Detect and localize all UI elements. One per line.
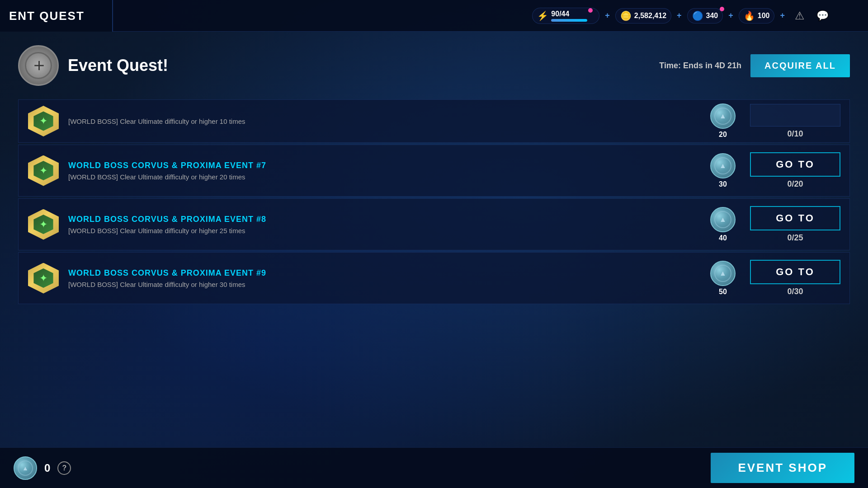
bottom-coin-icon: ▲: [14, 456, 37, 480]
quest-reward-event8: ▲ 40: [705, 207, 741, 242]
top-bar: ENT QUEST ⚡ 90/44 + 🪙 2,58: [0, 0, 868, 32]
badge-star-event8: ✦: [39, 219, 47, 230]
reward-amount-event7: 30: [719, 180, 727, 188]
progress-text-event9: 0/30: [787, 287, 803, 296]
go-to-button-event9[interactable]: GO TO: [750, 260, 840, 284]
badge-star-event7: ✦: [39, 165, 47, 177]
gems-value: 340: [706, 12, 718, 20]
quest-name-event7: WORLD BOSS CORVUS & PROXIMA EVENT #7: [68, 161, 696, 170]
energy-value: 90/44: [551, 10, 569, 18]
quest-reward-event7: ▲ 30: [705, 153, 741, 188]
quest-row-event8: ✦ WORLD BOSS CORVUS & PROXIMA EVENT #8 […: [18, 198, 850, 250]
energy-icon: ⚡: [537, 10, 548, 21]
reward-coin-event9: ▲: [710, 261, 736, 286]
quest-info-event7: WORLD BOSS CORVUS & PROXIMA EVENT #7 [WO…: [68, 161, 696, 181]
quest-list: ✦ [WORLD BOSS] Clear Ultimate difficulty…: [18, 99, 850, 304]
event-shop-button[interactable]: EVENT SHOP: [711, 453, 854, 483]
fire-icon: 🔥: [744, 10, 755, 21]
quest-info-event9: WORLD BOSS CORVUS & PROXIMA EVENT #9 [WO…: [68, 268, 696, 288]
time-label: Time: Ends in 4D 21h: [659, 61, 741, 70]
quest-logo: ✕: [18, 45, 59, 86]
reward-coin-icon-event8: ▲: [719, 216, 726, 224]
reward-amount-event8: 40: [719, 234, 727, 242]
badge-star-partial: ✦: [39, 115, 47, 127]
quest-row-partial: ✦ [WORLD BOSS] Clear Ultimate difficulty…: [18, 99, 850, 143]
reward-coin-icon-event9: ▲: [719, 269, 726, 277]
gems-plus-button[interactable]: +: [726, 10, 735, 21]
quest-reward-partial: ▲ 20: [705, 103, 741, 139]
quest-name-event8: WORLD BOSS CORVUS & PROXIMA EVENT #8: [68, 215, 696, 224]
bottom-currency-count: 0: [44, 462, 50, 474]
bottom-bar: ▲ 0 ? EVENT SHOP: [0, 447, 868, 488]
quest-logo-symbol: ✕: [29, 56, 47, 75]
quest-desc-event9: [WORLD BOSS] Clear Ultimate difficulty o…: [68, 281, 696, 288]
bottom-currency: ▲ 0 ?: [14, 456, 71, 480]
quest-info-event8: WORLD BOSS CORVUS & PROXIMA EVENT #8 [WO…: [68, 215, 696, 235]
chat-button[interactable]: 💬: [813, 6, 832, 25]
reward-coin-event8: ▲: [710, 207, 736, 232]
reward-coin-icon-partial: ▲: [719, 112, 726, 120]
quest-header: ✕ Event Quest! Time: Ends in 4D 21h ACQU…: [18, 45, 850, 86]
quest-row-event7: ✦ WORLD BOSS CORVUS & PROXIMA EVENT #7 […: [18, 145, 850, 197]
gold-icon: 🪙: [620, 10, 632, 21]
quest-desc-event7: [WORLD BOSS] Clear Ultimate difficulty o…: [68, 173, 696, 181]
go-to-button-event7[interactable]: GO TO: [750, 152, 840, 177]
acquire-all-button[interactable]: ACQUIRE ALL: [750, 54, 850, 77]
gold-stat: 🪙 2,582,412: [615, 8, 671, 23]
gems-stat: 🔵 340: [687, 8, 723, 23]
go-to-button-event8[interactable]: GO TO: [750, 206, 840, 230]
quest-title: Event Quest!: [68, 56, 168, 75]
energy-plus-button[interactable]: +: [603, 10, 612, 21]
quest-reward-event9: ▲ 50: [705, 261, 741, 296]
gold-value: 2,582,412: [634, 12, 666, 20]
reward-coin-event7: ▲: [710, 153, 736, 178]
badge-star-event9: ✦: [39, 272, 47, 284]
gems-icon: 🔵: [692, 10, 703, 21]
reward-coin-partial: ▲: [710, 103, 736, 129]
quest-action-event9: GO TO 0/30: [750, 260, 840, 296]
progress-text-event7: 0/20: [787, 179, 803, 189]
alert-button[interactable]: ⚠: [790, 6, 809, 25]
quest-name-event9: WORLD BOSS CORVUS & PROXIMA EVENT #9: [68, 268, 696, 278]
quest-header-right: Time: Ends in 4D 21h ACQUIRE ALL: [659, 54, 850, 77]
gold-plus-button[interactable]: +: [675, 10, 684, 21]
energy-stat: ⚡ 90/44: [532, 8, 599, 24]
quest-desc-partial: [WORLD BOSS] Clear Ultimate difficulty o…: [68, 117, 696, 125]
progress-text-event8: 0/25: [787, 233, 803, 243]
main-area: ✕ Event Quest! Time: Ends in 4D 21h ACQU…: [0, 32, 868, 488]
quest-action-event8: GO TO 0/25: [750, 206, 840, 243]
quest-badge-partial: ✦: [28, 105, 59, 137]
quest-action-event7: GO TO 0/20: [750, 152, 840, 189]
quest-action-partial: 0/10: [750, 104, 840, 139]
reward-coin-icon-event7: ▲: [719, 162, 726, 170]
page-title-area: ENT QUEST: [0, 0, 113, 32]
reward-amount-event9: 50: [719, 288, 727, 296]
fire-stat: 🔥 100: [739, 8, 775, 23]
top-stats: ⚡ 90/44 + 🪙 2,582,412 +: [532, 6, 832, 25]
bottom-coin-symbol: ▲: [22, 465, 28, 472]
quest-desc-event8: [WORLD BOSS] Clear Ultimate difficulty o…: [68, 227, 696, 235]
fire-plus-button[interactable]: +: [778, 10, 787, 21]
quest-info-partial: [WORLD BOSS] Clear Ultimate difficulty o…: [68, 117, 696, 125]
page-title: ENT QUEST: [9, 9, 85, 23]
quest-badge-event7: ✦: [28, 155, 59, 187]
help-button[interactable]: ?: [57, 461, 71, 475]
reward-amount-partial: 20: [719, 131, 727, 139]
quest-row-event9: ✦ WORLD BOSS CORVUS & PROXIMA EVENT #9 […: [18, 252, 850, 304]
progress-text-partial: 0/10: [787, 129, 803, 139]
fire-value: 100: [758, 12, 770, 20]
quest-badge-event9: ✦: [28, 263, 59, 294]
quest-badge-event8: ✦: [28, 209, 59, 240]
